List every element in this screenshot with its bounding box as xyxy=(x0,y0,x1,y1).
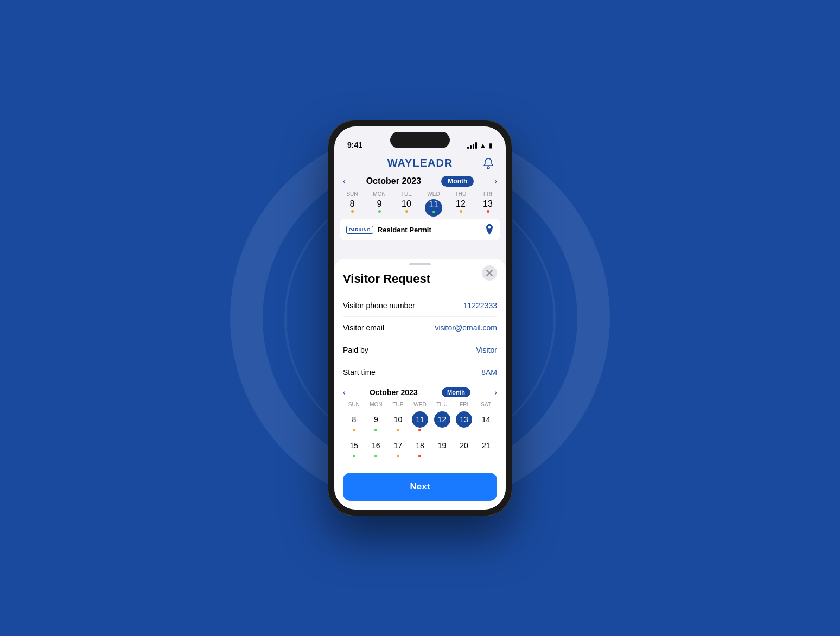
mini-day-9[interactable]: 9 xyxy=(365,410,387,434)
bg-day-name-sun: SUN xyxy=(339,191,366,197)
bg-days-row: 8 9 10 11 12 xyxy=(339,199,501,217)
mini-days-row-2: 15 16 17 18 xyxy=(343,436,497,460)
phone-value[interactable]: 11222333 xyxy=(463,301,497,310)
mini-cal-header: ‹ October 2023 Month › xyxy=(343,387,497,397)
modal-sheet: Visitor Request Visitor phone number 112… xyxy=(334,259,506,510)
bg-calendar-days: SUN MON TUE WED THU FRI 8 9 10 xyxy=(334,189,506,219)
status-icons: ▲ ▮ xyxy=(467,142,493,149)
mini-days-row-1: 8 9 10 11 12 xyxy=(343,410,497,434)
app-header: WAYLEADR xyxy=(334,152,506,174)
dynamic-island xyxy=(390,132,450,148)
next-button[interactable]: Next xyxy=(343,473,497,501)
email-value[interactable]: visitor@email.com xyxy=(435,323,497,332)
bg-cal-next-button[interactable]: › xyxy=(494,176,497,186)
location-icon xyxy=(485,224,494,235)
bg-day-11[interactable]: 11 xyxy=(425,199,442,217)
bg-cal-month-pill[interactable]: Month xyxy=(441,176,474,187)
parking-card-preview: PARKING Resident Permit xyxy=(340,219,500,240)
mini-day-21[interactable]: 21 xyxy=(475,436,497,460)
phone-frame: 9:41 ▲ ▮ WAYLEADR xyxy=(328,120,512,516)
status-time: 9:41 xyxy=(347,141,362,149)
mini-cal-month-pill[interactable]: Month xyxy=(442,387,470,397)
paid-by-label: Paid by xyxy=(343,346,368,354)
mini-day-17[interactable]: 17 xyxy=(387,436,409,460)
bg-day-11-dot xyxy=(432,211,435,213)
signal-icon xyxy=(467,142,477,149)
bg-day-13[interactable]: 13 xyxy=(474,199,501,217)
start-time-value[interactable]: 8AM xyxy=(481,368,497,377)
mini-day-14[interactable]: 14 xyxy=(475,410,497,434)
wifi-icon: ▲ xyxy=(480,142,486,149)
bg-days-header: SUN MON TUE WED THU FRI xyxy=(339,191,501,197)
bg-cal-month-label: October 2023 xyxy=(366,176,421,186)
bg-day-name-tue: TUE xyxy=(393,191,420,197)
parking-title: Resident Permit xyxy=(378,226,481,234)
app-logo: WAYLEADR xyxy=(387,157,453,169)
form-section: Visitor phone number 11222333 Visitor em… xyxy=(334,295,506,383)
bg-day-10-dot xyxy=(405,210,408,213)
close-button[interactable] xyxy=(482,265,497,281)
mini-day-20[interactable]: 20 xyxy=(453,436,475,460)
mini-day-10[interactable]: 10 xyxy=(387,410,409,434)
battery-icon: ▮ xyxy=(489,142,493,149)
paid-by-value[interactable]: Visitor xyxy=(476,346,497,354)
bg-day-name-fri: FRI xyxy=(474,191,501,197)
mini-day-16[interactable]: 16 xyxy=(365,436,387,460)
bg-day-10[interactable]: 10 xyxy=(393,199,420,217)
mini-days-header: SUN MON TUE WED THU FRI SAT xyxy=(343,402,497,408)
bg-calendar-header: ‹ October 2023 Month › xyxy=(334,174,506,189)
mini-day-18[interactable]: 18 xyxy=(409,436,431,460)
bg-day-13-dot xyxy=(487,210,489,213)
form-row-start-time: Start time 8AM xyxy=(343,361,497,383)
bg-cal-prev-button[interactable]: ‹ xyxy=(343,176,346,186)
mini-day-8[interactable]: 8 xyxy=(343,410,365,434)
form-row-email: Visitor email visitor@email.com xyxy=(343,317,497,339)
bg-day-8[interactable]: 8 xyxy=(339,199,366,217)
start-time-label: Start time xyxy=(343,368,376,377)
parking-badge: PARKING xyxy=(346,226,373,234)
form-row-paid-by: Paid by Visitor xyxy=(343,339,497,361)
close-icon xyxy=(486,270,493,276)
mini-day-19[interactable]: 19 xyxy=(431,436,453,460)
mini-calendar: ‹ October 2023 Month › SUN MON TUE WED T… xyxy=(334,383,506,468)
bg-day-12[interactable]: 12 xyxy=(447,199,474,217)
svg-point-0 xyxy=(487,167,489,169)
mini-cal-next-button[interactable]: › xyxy=(494,388,497,397)
bg-day-8-dot xyxy=(351,210,354,213)
bg-day-name-mon: MON xyxy=(366,191,393,197)
mini-day-13[interactable]: 13 xyxy=(453,410,475,434)
notification-button[interactable] xyxy=(480,155,497,172)
sheet-handle xyxy=(409,263,431,265)
email-label: Visitor email xyxy=(343,323,384,332)
mini-day-11[interactable]: 11 xyxy=(409,410,431,434)
mini-cal-prev-button[interactable]: ‹ xyxy=(343,388,346,397)
bg-day-9-dot xyxy=(378,210,381,213)
form-row-phone: Visitor phone number 11222333 xyxy=(343,295,497,317)
bg-day-name-wed: WED xyxy=(420,191,447,197)
bg-day-12-dot xyxy=(460,210,462,213)
mini-cal-month-label: October 2023 xyxy=(370,388,418,397)
bg-day-9[interactable]: 9 xyxy=(366,199,393,217)
modal-title: Visitor Request xyxy=(334,272,506,295)
phone-label: Visitor phone number xyxy=(343,301,415,310)
mini-day-12[interactable]: 12 xyxy=(431,410,453,434)
bg-day-name-thu: THU xyxy=(447,191,474,197)
mini-day-15[interactable]: 15 xyxy=(343,436,365,460)
phone-screen: 9:41 ▲ ▮ WAYLEADR xyxy=(334,126,506,510)
